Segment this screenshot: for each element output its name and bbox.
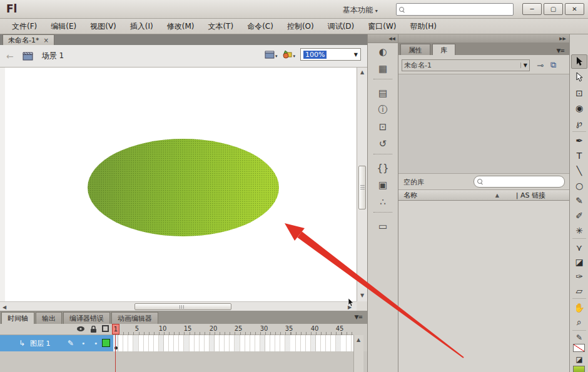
maximize-button[interactable]: ▢	[544, 3, 563, 15]
code-snippets-icon[interactable]: {}	[372, 159, 393, 176]
dock-collapse-header[interactable]: ◀◀	[368, 34, 398, 43]
selection-tool[interactable]	[571, 54, 587, 69]
layer-visibility-dot[interactable]: •	[81, 339, 86, 348]
menu-control[interactable]: 控制(O)	[280, 19, 321, 34]
layer-outline-color-swatch[interactable]	[102, 339, 110, 347]
align-icon[interactable]: ▤	[372, 84, 393, 101]
tab-output[interactable]: 输出	[36, 312, 62, 324]
selection-arrow-icon	[576, 57, 583, 66]
menu-file[interactable]: 文件(F)	[5, 19, 44, 34]
menu-modify[interactable]: 修改(M)	[160, 19, 201, 34]
hand-tool[interactable]: ✋	[571, 300, 587, 314]
tab-timeline[interactable]: 时间轴	[1, 312, 34, 324]
workspace-switcher-button[interactable]: 基本功能 ▾	[338, 4, 383, 16]
library-search-input[interactable]	[474, 176, 565, 188]
new-library-panel-icon[interactable]: ⧉	[550, 60, 556, 70]
3d-rotation-tool[interactable]: ◉	[571, 101, 587, 115]
scroll-up-icon[interactable]: ▲	[357, 337, 360, 343]
tab-motion-editor[interactable]: 动画编辑器	[111, 312, 158, 324]
horizontal-scroll-thumb[interactable]	[134, 303, 231, 310]
paint-bucket-tool[interactable]: ◪	[571, 254, 587, 269]
eyedropper-tool[interactable]: ✑	[571, 269, 587, 283]
panel-collapse-header[interactable]: ▶▶	[398, 34, 569, 43]
line-tool[interactable]: ╲	[571, 163, 587, 178]
layer-row[interactable]: ↳ 图层 1 ✎ • •	[0, 335, 113, 351]
edit-scene-button[interactable]: ▾	[265, 51, 278, 59]
timeline-vertical-scrollbar[interactable]: ▲	[353, 335, 363, 372]
tab-library[interactable]: 库	[432, 44, 455, 55]
ruler-tick-label: 25	[235, 325, 243, 332]
lock-icon[interactable]	[90, 326, 97, 333]
scroll-left-icon[interactable]: ◀	[3, 304, 6, 310]
stroke-color-swatch[interactable]	[573, 344, 585, 352]
minimize-button[interactable]: ─	[522, 3, 542, 15]
motion-presets-icon[interactable]: ∴	[372, 193, 393, 210]
info-icon[interactable]: ⓘ	[372, 101, 393, 118]
oval-tool[interactable]: ○	[571, 178, 587, 193]
spray-brush-tool[interactable]: ✳	[571, 223, 587, 238]
stage-horizontal-scrollbar[interactable]: ◀ ▶	[0, 301, 357, 311]
pencil-tool[interactable]: ✎	[571, 193, 587, 208]
selected-ellipse-shape[interactable]	[88, 139, 279, 236]
timeline-panel-menu-icon[interactable]: ▼≡	[355, 314, 362, 320]
help-search-input[interactable]	[396, 3, 514, 16]
scroll-down-icon[interactable]: ▼	[360, 293, 364, 298]
menu-debug[interactable]: 调试(D)	[321, 19, 362, 34]
tab-compiler-errors[interactable]: 编译器错误	[63, 312, 110, 324]
scroll-up-icon[interactable]: ▲	[360, 69, 364, 75]
menu-window[interactable]: 窗口(W)	[361, 19, 403, 34]
visibility-eye-icon[interactable]	[76, 326, 85, 332]
sort-ascending-icon[interactable]: ▲	[495, 193, 499, 198]
stage-zoom-value: 100%	[303, 51, 327, 59]
lasso-tool[interactable]: ℘	[571, 116, 587, 130]
stage-canvas[interactable]	[0, 68, 357, 301]
timeline-frames-area[interactable]	[113, 335, 353, 351]
text-tool[interactable]: T	[571, 148, 587, 163]
color-palette-icon[interactable]: ◐	[372, 43, 393, 60]
stage-zoom-combobox[interactable]: 100% ▼	[300, 48, 361, 61]
zoom-tool[interactable]: ⌕	[571, 315, 587, 329]
free-transform-tool[interactable]: ⊡	[571, 86, 587, 100]
ruler-tick-label: 45	[336, 325, 344, 332]
outline-mode-icon[interactable]	[102, 325, 109, 332]
library-document-name: 未命名-1	[404, 61, 432, 70]
bone-tool[interactable]: ⋎	[571, 240, 587, 254]
stage-vertical-scrollbar[interactable]: ▲ ▼	[357, 68, 367, 301]
pin-library-icon[interactable]: ⊸	[537, 61, 544, 70]
brush-tool[interactable]: ✐	[571, 208, 587, 223]
playhead-marker[interactable]: 1	[112, 324, 119, 334]
tab-properties[interactable]: 属性	[400, 44, 430, 55]
library-panel-menu-icon[interactable]: ▼≡	[557, 48, 564, 54]
project-icon[interactable]: ▭	[372, 218, 393, 234]
back-arrow-icon[interactable]: ←	[6, 51, 14, 61]
search-icon	[399, 7, 405, 13]
history-icon[interactable]: ↺	[372, 135, 393, 152]
menu-text[interactable]: 文本(T)	[201, 19, 240, 34]
ruler-tick-label: 35	[285, 325, 293, 332]
edit-symbols-button[interactable]: ▾	[282, 50, 295, 59]
layer-lock-dot[interactable]: •	[94, 339, 98, 348]
menu-edit[interactable]: 编辑(E)	[44, 19, 83, 34]
library-item-list[interactable]	[398, 201, 569, 372]
subselection-tool[interactable]	[571, 70, 587, 84]
scroll-right-icon[interactable]: ▶	[348, 304, 352, 310]
flash-application-window: Fl 基本功能 ▾ ─ ▢ ✕ 文件(F) 编辑(E) 视图(V) 插入(I) …	[0, 0, 588, 372]
menu-help[interactable]: 帮助(H)	[403, 19, 444, 34]
menu-insert[interactable]: 插入(I)	[123, 19, 160, 34]
components-icon[interactable]: ▣	[372, 176, 393, 193]
pen-tool[interactable]: ✒	[571, 133, 587, 148]
menu-view[interactable]: 视图(V)	[83, 19, 123, 34]
document-tab[interactable]: 未命名-1* ×	[3, 34, 54, 45]
document-close-icon[interactable]: ×	[43, 37, 48, 44]
fill-color-swatch[interactable]	[573, 366, 585, 372]
eraser-tool[interactable]: ▱	[571, 283, 587, 298]
menu-commands[interactable]: 命令(C)	[240, 19, 280, 34]
vertical-scroll-thumb[interactable]	[358, 166, 366, 209]
library-document-dropdown[interactable]: 未命名-1 ▼	[402, 59, 530, 71]
column-as-linkage[interactable]: | AS 链接	[516, 191, 545, 200]
close-button[interactable]: ✕	[565, 3, 584, 15]
transform-icon[interactable]: ⊡	[372, 118, 393, 135]
edit-bar: ← 场景 1 ▾ ▾ 100% ▼	[0, 45, 367, 68]
column-name[interactable]: 名称	[403, 191, 417, 200]
swatches-icon[interactable]: ▦	[372, 60, 393, 77]
